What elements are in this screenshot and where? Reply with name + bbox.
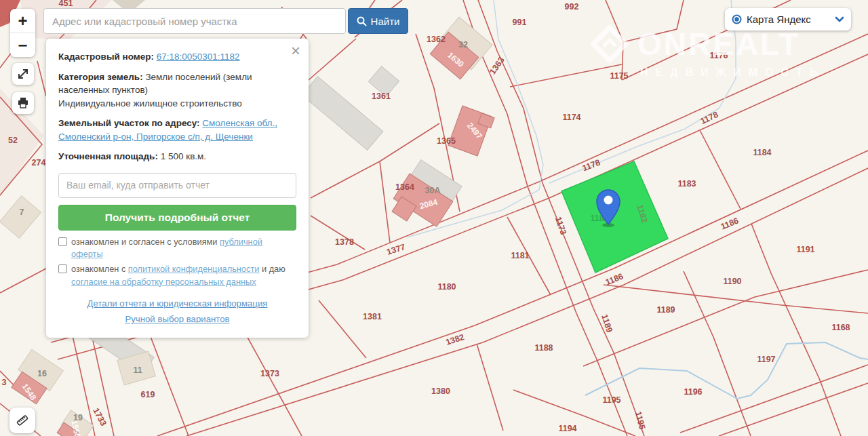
search-input[interactable] [43,8,346,34]
address-row: Земельный участок по адресу: Смоленская … [58,117,296,143]
search-icon [357,16,367,26]
fullscreen-button[interactable] [12,63,34,85]
selected-parcel[interactable] [561,161,668,273]
agree-privacy-text2: и даю [262,264,285,274]
report-details-link[interactable]: Детали отчета и юридическая информация [87,297,268,310]
agree-privacy-text1: ознакомлен с [71,264,125,274]
close-icon[interactable]: × [291,43,300,59]
area-label: Уточненная площадь: [58,151,158,161]
printer-icon [17,97,29,109]
email-field[interactable] [58,173,296,198]
map-page: 4515227471361136232163099199213631175117… [0,0,868,436]
search-button[interactable]: Найти [348,8,408,34]
agree-offer-text: ознакомлен и согласен с условиями [71,237,218,247]
address-label: Земельный участок по адресу: [58,118,200,128]
print-button[interactable] [12,92,34,114]
area-value: 1 500 кв.м. [161,151,206,161]
get-report-button[interactable]: Получить подробный отчет [58,205,296,231]
address-link-region[interactable]: Смоленская обл., [202,118,277,128]
area-row: Уточненная площадь: 1 500 кв.м. [58,150,296,163]
zoom-in-button[interactable]: + [10,9,35,33]
popup-footer: Детали отчета и юридическая информация Р… [58,297,296,328]
land-use-value: Индивидуальное жилищное строительство [58,98,242,108]
layer-label: Карта Яндекс [747,14,830,25]
cadastral-number-link[interactable]: 67:18:0050301:1182 [157,52,240,62]
fullscreen-icon [17,68,29,80]
cadastral-number-label: Кадастровый номер: [58,52,154,62]
address-link-locality[interactable]: Смоленский р-он, Пригорское с/п, д. Щече… [58,132,253,142]
personal-data-link[interactable]: согласие на обработку персональных данны… [71,277,256,287]
cadastral-number-row: Кадастровый номер: 67:18:0050301:1182 [58,50,296,64]
agree-offer-row: ознакомлен и согласен с условиями публич… [58,236,296,261]
land-category-row: Категория земель: Земли поселений (земли… [58,71,296,111]
zoom-control: + − [10,9,35,57]
land-category-label: Категория земель: [58,72,143,82]
zoom-out-button[interactable]: − [10,33,35,57]
agree-privacy-row: ознакомлен с политикой конфиденциальност… [58,263,296,288]
offer-checkbox[interactable] [58,237,67,246]
manual-choice-link[interactable]: Ручной выбор вариантов [125,313,229,325]
parcel-info-popup: × Кадастровый номер: 67:18:0050301:1182 … [46,39,309,338]
radio-selected-icon [732,14,742,24]
search-button-label: Найти [371,16,400,27]
privacy-checkbox[interactable] [58,264,67,273]
privacy-policy-link[interactable]: политикой конфиденциальности [128,264,260,274]
ruler-icon [15,413,30,428]
layer-switcher[interactable]: Карта Яндекс [725,8,851,31]
measure-button[interactable] [9,408,35,433]
chevron-down-icon [835,16,844,22]
